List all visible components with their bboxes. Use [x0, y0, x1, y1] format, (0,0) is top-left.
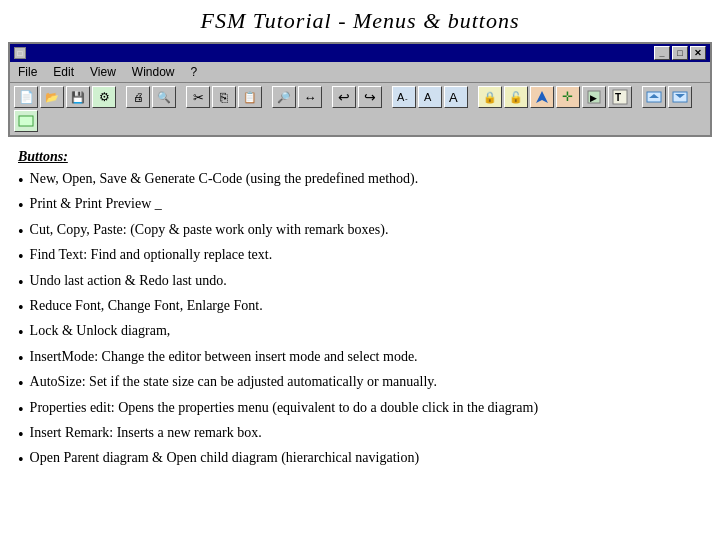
arrow-button[interactable] — [530, 86, 554, 108]
print-preview-button[interactable] — [152, 86, 176, 108]
generate-button[interactable] — [92, 86, 116, 108]
menu-view[interactable]: View — [86, 64, 120, 80]
save-button[interactable] — [66, 86, 90, 108]
bullet-icon: • — [18, 221, 24, 243]
item-text-9: AutoSize: Set if the state size can be a… — [30, 372, 702, 392]
lock-button[interactable] — [478, 86, 502, 108]
bullet-icon: • — [18, 348, 24, 370]
open-icon — [45, 91, 59, 104]
page-title: FSM Tutorial - Menus & buttons — [0, 0, 720, 38]
paste-button[interactable] — [238, 86, 262, 108]
list-item: • AutoSize: Set if the state size can be… — [18, 372, 702, 395]
open-child-button[interactable] — [668, 86, 692, 108]
insert-mode-button[interactable]: ▶ — [582, 86, 606, 108]
open-parent-button[interactable] — [642, 86, 666, 108]
text-icon: T — [612, 89, 628, 105]
arrow-icon — [534, 89, 550, 105]
svg-text:✛: ✛ — [562, 89, 573, 104]
item-text-12: Open Parent diagram & Open child diagram… — [30, 448, 702, 468]
svg-text:▶: ▶ — [590, 93, 597, 103]
menu-file[interactable]: File — [14, 64, 41, 80]
bullet-icon: • — [18, 272, 24, 294]
bullet-list: • New, Open, Save & Generate C-Code (usi… — [18, 169, 702, 472]
list-item: • Lock & Unlock diagram, — [18, 321, 702, 344]
item-text-5: Undo last action & Redo last undo. — [30, 271, 702, 291]
sep-5 — [385, 86, 389, 108]
new-icon — [19, 90, 34, 104]
window-icon: □ — [14, 47, 26, 59]
open-parent-icon — [646, 89, 662, 105]
print-button[interactable] — [126, 86, 150, 108]
item-text-6: Reduce Font, Change Font, Enlarge Font. — [30, 296, 702, 316]
copy-button[interactable] — [212, 86, 236, 108]
paste-icon — [243, 91, 257, 104]
item-text-8: InsertMode: Change the editor between in… — [30, 347, 702, 367]
content-area: Buttons: • New, Open, Save & Generate C-… — [0, 137, 720, 484]
svg-marker-4 — [536, 91, 548, 103]
window-titlebar: □ _ □ ✕ — [10, 44, 710, 62]
svg-text:A: A — [449, 90, 458, 105]
text-button[interactable]: T — [608, 86, 632, 108]
undo-button[interactable] — [332, 86, 356, 108]
item-text-1: New, Open, Save & Generate C-Code (using… — [30, 169, 702, 189]
list-item: • Find Text: Find and optionally replace… — [18, 245, 702, 268]
list-item: • InsertMode: Change the editor between … — [18, 347, 702, 370]
new-button[interactable] — [14, 86, 38, 108]
item-text-11: Insert Remark: Inserts a new remark box. — [30, 423, 702, 443]
bullet-icon: • — [18, 449, 24, 471]
replace-button[interactable] — [298, 86, 322, 108]
minimize-button[interactable]: _ — [654, 46, 670, 60]
title-text: FSM Tutorial - Menus & buttons — [200, 8, 519, 33]
sep-2 — [179, 86, 183, 108]
extra-button[interactable] — [14, 110, 38, 132]
menu-window[interactable]: Window — [128, 64, 179, 80]
bullet-icon: • — [18, 297, 24, 319]
item-text-7: Lock & Unlock diagram, — [30, 321, 702, 341]
reduce-font-icon: A- — [396, 89, 412, 105]
bullet-icon: • — [18, 373, 24, 395]
insert-mode-icon: ▶ — [586, 89, 602, 105]
save-icon — [71, 91, 85, 104]
unlock-button[interactable] — [504, 86, 528, 108]
copy-icon — [220, 90, 228, 105]
find-icon — [277, 91, 291, 104]
window-controls: _ □ ✕ — [654, 46, 706, 60]
open-button[interactable] — [40, 86, 64, 108]
list-item: • Undo last action & Redo last undo. — [18, 271, 702, 294]
bullet-icon: • — [18, 246, 24, 268]
maximize-button[interactable]: □ — [672, 46, 688, 60]
item-text-4: Find Text: Find and optionally replace t… — [30, 245, 702, 265]
bullet-icon: • — [18, 195, 24, 217]
reduce-font-button[interactable]: A- — [392, 86, 416, 108]
svg-rect-14 — [19, 116, 33, 126]
replace-icon — [304, 90, 317, 105]
find-button[interactable] — [272, 86, 296, 108]
buttons-label: Buttons: — [18, 149, 702, 165]
list-item: • Open Parent diagram & Open child diagr… — [18, 448, 702, 471]
bullet-icon: • — [18, 170, 24, 192]
sep-3 — [265, 86, 269, 108]
close-button[interactable]: ✕ — [690, 46, 706, 60]
change-font-icon: A — [422, 89, 438, 105]
toolbar: A- A A ✛ ▶ T — [10, 83, 710, 137]
item-text-2: Print & Print Preview _ — [30, 194, 702, 214]
svg-text:A: A — [424, 91, 432, 103]
move-button[interactable]: ✛ — [556, 86, 580, 108]
change-font-button[interactable]: A — [418, 86, 442, 108]
item-text-10: Properties edit: Opens the properties me… — [30, 398, 702, 418]
unlock-icon — [509, 91, 523, 104]
sep-1 — [119, 86, 123, 108]
bullet-icon: • — [18, 424, 24, 446]
titlebar-left: □ — [14, 47, 26, 59]
list-item: • Properties edit: Opens the properties … — [18, 398, 702, 421]
enlarge-font-button[interactable]: A — [444, 86, 468, 108]
list-item: • Cut, Copy, Paste: (Copy & paste work o… — [18, 220, 702, 243]
open-child-icon — [672, 89, 688, 105]
svg-text:T: T — [615, 92, 621, 103]
redo-button[interactable] — [358, 86, 382, 108]
extra-icon — [18, 113, 34, 129]
print-icon — [133, 91, 144, 103]
menu-help[interactable]: ? — [187, 64, 202, 80]
cut-button[interactable] — [186, 86, 210, 108]
menu-edit[interactable]: Edit — [49, 64, 78, 80]
